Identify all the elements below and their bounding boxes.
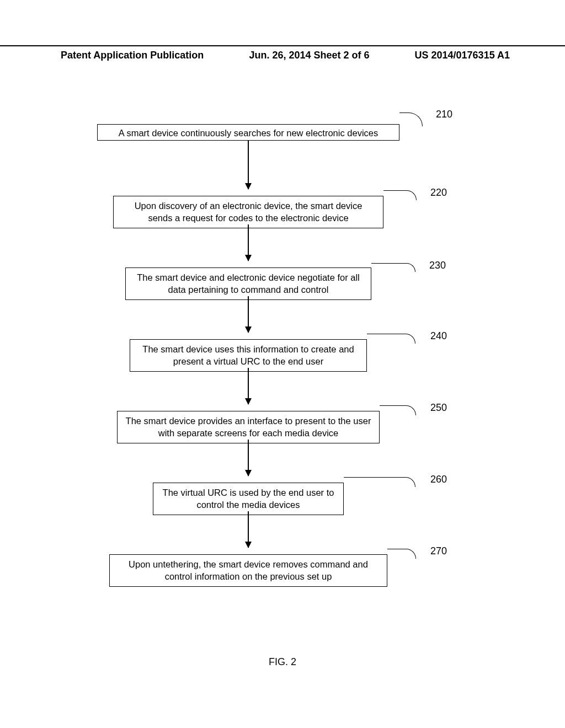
- leader-line: [399, 113, 423, 126]
- arrow-down-icon: [248, 141, 249, 189]
- reference-numeral: 270: [430, 545, 447, 557]
- leader-line: [344, 477, 415, 487]
- reference-numeral: 240: [430, 330, 447, 342]
- flow-step: The smart device uses this information t…: [0, 339, 565, 411]
- flow-step: Upon untethering, the smart device remov…: [0, 554, 565, 593]
- leader-line: [367, 334, 415, 344]
- flow-step: A smart device continuously searches for…: [0, 124, 565, 196]
- header-left: Patent Application Publication: [0, 50, 204, 61]
- leader-line: [371, 263, 415, 272]
- step-box: A smart device continuously searches for…: [97, 124, 399, 141]
- flow-step: Upon discovery of an electronic device, …: [0, 196, 565, 267]
- figure-label: FIG. 2: [0, 656, 565, 668]
- reference-numeral: 260: [430, 474, 447, 485]
- leader-line: [383, 190, 417, 200]
- leader-line: [387, 549, 416, 559]
- reference-numeral: 250: [430, 402, 447, 414]
- step-box: The smart device uses this information t…: [130, 339, 367, 372]
- header-right: US 2014/0176315 A1: [415, 50, 565, 61]
- arrow-down-icon: [248, 368, 249, 404]
- step-box: The smart device and electronic device n…: [125, 267, 371, 300]
- header-center: Jun. 26, 2014 Sheet 2 of 6: [249, 50, 369, 61]
- page-header: Patent Application Publication Jun. 26, …: [0, 45, 565, 61]
- step-box: The virtual URC is used by the end user …: [153, 483, 344, 515]
- arrow-down-icon: [248, 224, 249, 261]
- flow-step: The virtual URC is used by the end user …: [0, 483, 565, 554]
- reference-numeral: 230: [429, 260, 446, 271]
- arrow-down-icon: [248, 440, 249, 476]
- flow-step: The smart device provides an interface t…: [0, 411, 565, 483]
- reference-numeral: 210: [436, 109, 452, 120]
- arrow-down-icon: [248, 511, 249, 548]
- leader-line: [380, 405, 416, 415]
- flow-step: The smart device and electronic device n…: [0, 267, 565, 339]
- arrow-down-icon: [248, 296, 249, 333]
- flowchart: A smart device continuously searches for…: [0, 124, 565, 593]
- step-box: Upon discovery of an electronic device, …: [113, 196, 383, 228]
- step-box: The smart device provides an interface t…: [117, 411, 380, 443]
- reference-numeral: 220: [430, 187, 447, 199]
- step-box: Upon untethering, the smart device remov…: [109, 554, 387, 587]
